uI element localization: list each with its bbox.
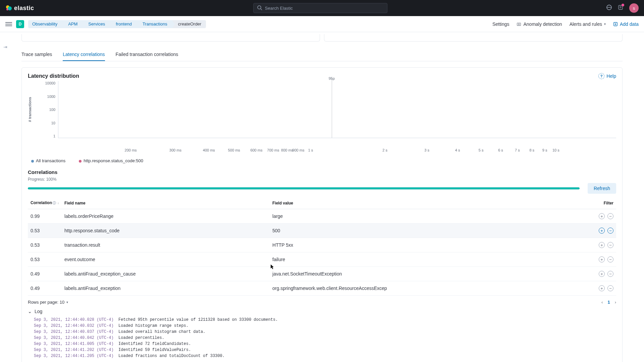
progress-label: Progress: 100% xyxy=(28,177,56,182)
cell-corr: 0.49 xyxy=(28,267,62,281)
cell-value: failure xyxy=(270,252,586,267)
cell-corr: 0.99 xyxy=(28,209,62,224)
svg-point-3 xyxy=(258,6,261,9)
log-line: Sep 3, 2021, 12:44:41.005 (UTC-4) Identi… xyxy=(34,341,616,347)
progress-bar xyxy=(28,187,580,189)
global-search[interactable]: Search Elastic xyxy=(253,3,387,13)
col-correlation[interactable]: Correlationⓘ↓ xyxy=(28,197,62,209)
search-icon xyxy=(257,5,262,11)
table-row[interactable]: 0.53event.outcomefailure+− xyxy=(28,252,616,267)
tab-trace-samples[interactable]: Trace samples xyxy=(21,48,52,61)
cell-corr: 0.53 xyxy=(28,252,62,267)
user-avatar[interactable]: s xyxy=(629,3,639,13)
filter-out-icon[interactable]: − xyxy=(607,242,613,248)
svg-point-2 xyxy=(6,8,8,10)
breadcrumb-apm[interactable]: APM xyxy=(62,20,82,28)
filter-in-icon[interactable]: + xyxy=(599,256,605,262)
y-axis-label: # transactions xyxy=(28,81,32,138)
svg-point-10 xyxy=(519,23,520,25)
cell-field: transaction.result xyxy=(62,238,270,252)
space-selector[interactable]: D xyxy=(16,20,24,28)
ghost-card-left xyxy=(21,34,320,42)
legend-item-overlay[interactable]: http.response.status_code:500 xyxy=(79,158,143,163)
filter-out-icon[interactable]: − xyxy=(607,285,613,291)
ghost-cards xyxy=(21,34,623,42)
elastic-logo-icon xyxy=(5,5,12,11)
newsfeed-icon[interactable] xyxy=(606,5,612,11)
add-data-button[interactable]: Add data xyxy=(613,21,639,27)
filter-out-icon[interactable]: − xyxy=(607,213,613,219)
alerts-rules-dropdown[interactable]: Alerts and rules ▾ xyxy=(570,21,606,27)
table-row[interactable]: 0.53transaction.resultHTTP 5xx+− xyxy=(28,238,616,252)
cell-field: labels.antiFraud_exception xyxy=(62,281,270,296)
breadcrumb-frontend[interactable]: frontend xyxy=(110,20,137,28)
pager-page-1[interactable]: 1 xyxy=(607,300,610,305)
breadcrumb-transactions[interactable]: Transactions xyxy=(137,20,172,28)
log-line: Sep 3, 2021, 12:44:41.205 (UTC-4) Loaded… xyxy=(34,353,616,359)
cell-field: http.response.status_code xyxy=(62,224,270,238)
breadcrumb-services[interactable]: Services xyxy=(82,20,110,28)
ghost-card-right xyxy=(324,34,623,42)
rows-per-page[interactable]: Rows per page: 10 ▾ xyxy=(28,300,68,305)
cell-value: HTTP 5xx xyxy=(270,238,586,252)
correlations-title: Correlations xyxy=(28,169,616,175)
notifications-icon[interactable] xyxy=(618,5,623,11)
correlation-tabs: Trace samples Latency correlations Faile… xyxy=(21,48,623,61)
anomaly-icon xyxy=(517,22,521,26)
log-accordion[interactable]: ⌄ Log xyxy=(28,309,616,314)
elastic-logo[interactable]: elastic xyxy=(5,5,34,12)
pager-next[interactable]: › xyxy=(615,300,616,305)
table-row[interactable]: 0.49labels.antiFraud_exceptionorg.spring… xyxy=(28,281,616,296)
latency-chart: # transactions 100001000100101 95p xyxy=(28,81,616,148)
refresh-button[interactable]: Refresh xyxy=(588,183,616,194)
col-field-name[interactable]: Field name xyxy=(62,197,270,209)
cell-corr: 0.53 xyxy=(28,224,62,238)
filter-out-icon[interactable]: − xyxy=(607,256,613,262)
notification-dot xyxy=(622,4,624,6)
breadcrumbs: ObservabilityAPMServicesfrontendTransact… xyxy=(28,20,206,28)
filter-in-icon[interactable]: + xyxy=(599,213,605,219)
breadcrumb-createorder: createOrder xyxy=(172,20,206,28)
log-line: Sep 3, 2021, 12:44:40.037 (UTC-4) Loaded… xyxy=(34,329,616,335)
help-link[interactable]: ? Help xyxy=(598,73,616,79)
log-line: Sep 3, 2021, 12:44:40.032 (UTC-4) Loaded… xyxy=(34,323,616,329)
filter-out-icon[interactable]: − xyxy=(607,228,613,234)
col-field-value[interactable]: Field value xyxy=(270,197,586,209)
table-row[interactable]: 0.99labels.orderPriceRangelarge+− xyxy=(28,209,616,224)
filter-in-icon[interactable]: + xyxy=(599,285,605,291)
cell-field: event.outcome xyxy=(62,252,270,267)
tab-latency-correlations[interactable]: Latency correlations xyxy=(63,48,105,61)
settings-link[interactable]: Settings xyxy=(492,21,509,27)
filter-in-icon[interactable]: + xyxy=(599,228,605,234)
anomaly-detection-link[interactable]: Anomaly detection xyxy=(517,21,562,27)
filter-out-icon[interactable]: − xyxy=(607,271,613,277)
table-row[interactable]: 0.49labels.antiFraud_exception_causejava… xyxy=(28,267,616,281)
cell-field: labels.antiFraud_exception_cause xyxy=(62,267,270,281)
chevron-down-icon: ▾ xyxy=(604,22,606,26)
log-line: Sep 3, 2021, 12:44:40.028 (UTC-4) Fetche… xyxy=(34,317,616,323)
nav-toggle-icon[interactable] xyxy=(5,22,12,26)
pager-prev[interactable]: ‹ xyxy=(601,300,603,305)
sort-desc-icon: ↓ xyxy=(57,201,59,205)
x-axis-ticks: 200 ms300 ms400 ms500 ms600 ms700 ms800 … xyxy=(58,148,616,154)
filter-in-icon[interactable]: + xyxy=(599,242,605,248)
log-line: Sep 3, 2021, 12:44:40.042 (UTC-4) Loaded… xyxy=(34,335,616,341)
search-placeholder: Search Elastic xyxy=(265,6,293,11)
plus-circle-icon xyxy=(613,22,618,26)
tab-failed-correlations[interactable]: Failed transaction correlations xyxy=(116,48,178,61)
table-row[interactable]: 0.53http.response.status_code500+− xyxy=(28,224,616,238)
p95-marker xyxy=(332,78,332,138)
chart-plot[interactable]: 95p xyxy=(58,81,616,138)
breadcrumb-observability[interactable]: Observability xyxy=(28,20,62,28)
legend-item-all[interactable]: All transactions xyxy=(31,158,65,163)
filter-in-icon[interactable]: + xyxy=(599,271,605,277)
svg-point-1 xyxy=(8,6,12,10)
p95-label: 95p xyxy=(329,76,335,80)
sub-header: D ObservabilityAPMServicesfrontendTransa… xyxy=(0,16,644,32)
chevron-down-icon: ⌄ xyxy=(28,309,32,314)
chevron-down-icon: ▾ xyxy=(66,300,68,304)
cell-value: large xyxy=(270,209,586,224)
global-header: elastic Search Elastic s xyxy=(0,0,644,16)
cell-corr: 0.53 xyxy=(28,238,62,252)
correlations-table: Correlationⓘ↓ Field name Field value Fil… xyxy=(28,197,616,296)
